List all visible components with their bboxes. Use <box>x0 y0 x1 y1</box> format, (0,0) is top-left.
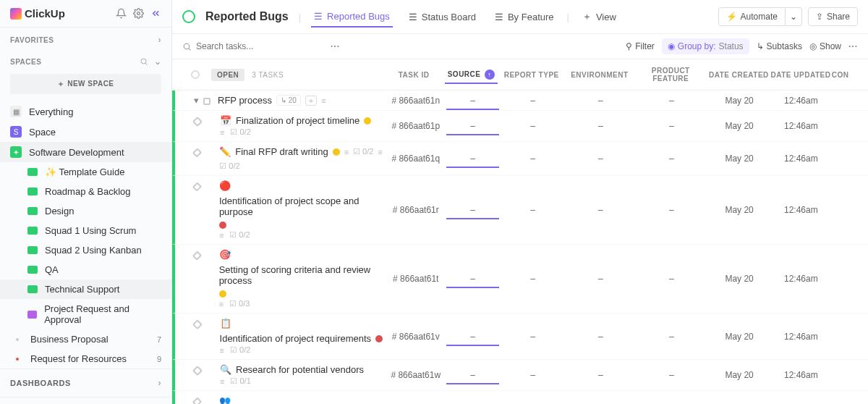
status-pill[interactable]: OPEN <box>211 69 244 81</box>
cell-env[interactable]: – <box>567 274 635 284</box>
sidebar-folder[interactable]: Design <box>0 201 171 221</box>
more-icon[interactable]: ··· <box>848 41 858 51</box>
view-tab[interactable]: ☰By Feature <box>492 7 557 28</box>
search-icon[interactable] <box>140 57 148 66</box>
priority-icon[interactable] <box>219 290 226 298</box>
col-extra[interactable]: CON <box>832 71 856 79</box>
spaces-header[interactable]: SPACES ⌄ <box>0 49 171 71</box>
task-row-parent[interactable]: ▾ RFP process ↳ 20 + ≡ # 866aat61n – – –… <box>172 91 868 111</box>
cell-env[interactable]: – <box>567 121 635 131</box>
new-space-button[interactable]: ＋ NEW SPACE <box>10 74 161 94</box>
filter-button[interactable]: ⚲Filter <box>626 41 655 51</box>
cell-source[interactable]: – <box>446 153 498 168</box>
show-button[interactable]: ◎Show <box>809 41 841 51</box>
sidebar-folder[interactable]: Roadmap & Backlog <box>0 182 171 201</box>
sidebar-docs[interactable]: DOCS› <box>0 397 171 404</box>
checklist-badge[interactable]: ☑ 0/2 <box>230 345 250 355</box>
task-row[interactable]: 🔴 Identification of project scope and pu… <box>172 176 868 245</box>
task-row[interactable]: ✏️ Final RFP draft writing ≡☑ 0/2≡☑ 0/2 … <box>172 142 868 176</box>
tag-icon[interactable]: ≡ <box>219 231 224 240</box>
tag-icon[interactable]: ≡ <box>220 128 224 137</box>
tag-icon[interactable]: ≡ <box>220 377 224 386</box>
cell-source[interactable]: – <box>446 274 498 288</box>
share-button[interactable]: ⇪ Share <box>808 7 858 26</box>
cell-source[interactable]: – <box>446 121 498 135</box>
cell-env[interactable]: – <box>567 153 635 164</box>
chevron-down-icon[interactable]: ⌄ <box>154 56 162 67</box>
expand-icon[interactable]: ▾ <box>194 95 199 106</box>
sidebar-dashboards[interactable]: DASHBOARDS› <box>0 369 171 397</box>
col-source[interactable]: SOURCE ↑ <box>445 70 498 84</box>
sidebar-folder[interactable]: ✨ Template Guide <box>0 162 171 182</box>
cell-type[interactable]: – <box>499 370 567 380</box>
cell-feat[interactable]: – <box>634 274 708 284</box>
col-taskid[interactable]: TASK ID <box>383 71 445 79</box>
subtasks-button[interactable]: ↳Subtasks <box>757 41 802 51</box>
priority-icon[interactable] <box>333 148 340 156</box>
cell-source[interactable]: – <box>446 96 498 110</box>
status-square-icon[interactable] <box>192 148 203 158</box>
cell-feat[interactable]: – <box>634 205 708 215</box>
col-product-feature[interactable]: PRODUCT FEATURE <box>634 67 708 83</box>
chevron-right-icon[interactable]: › <box>158 378 162 388</box>
checklist-badge[interactable]: ☑ 0/2 <box>230 127 250 137</box>
col-environment[interactable]: ENVIRONMENT <box>566 71 634 79</box>
tag-icon[interactable]: ≡ <box>220 346 224 355</box>
status-square-icon[interactable] <box>203 98 210 105</box>
favorites-header[interactable]: FAVORITES › <box>0 28 171 49</box>
priority-icon[interactable] <box>219 222 226 229</box>
search-box[interactable]: ··· <box>182 41 618 51</box>
status-square-icon[interactable] <box>192 366 203 376</box>
col-date-created[interactable]: DATE CREATED <box>708 71 770 79</box>
tag-icon[interactable]: ≡ <box>321 96 326 105</box>
subtask-count[interactable]: ↳ 20 <box>276 95 301 106</box>
more-icon[interactable]: ··· <box>331 41 340 51</box>
gear-icon[interactable] <box>132 8 144 20</box>
group-by-chip[interactable]: ◉ Group by: Status <box>662 38 749 54</box>
task-row[interactable]: 📅 Finalization of project timeline ≡☑ 0/… <box>172 111 868 142</box>
checklist-badge[interactable]: ☑ 0/2 <box>219 161 239 171</box>
collapse-icon[interactable] <box>150 8 161 20</box>
cell-env[interactable]: – <box>567 370 635 380</box>
col-report-type[interactable]: REPORT TYPE <box>498 71 566 79</box>
bell-icon[interactable] <box>115 8 127 20</box>
priority-icon[interactable] <box>375 335 383 342</box>
sidebar-item-software-dev[interactable]: ✦ Software Development <box>0 142 171 162</box>
cell-type[interactable]: – <box>499 332 567 342</box>
status-square-icon[interactable] <box>192 251 202 260</box>
status-square-icon[interactable] <box>192 319 203 329</box>
chevron-right-icon[interactable]: › <box>158 35 162 45</box>
priority-icon[interactable] <box>364 117 371 125</box>
cell-feat[interactable]: – <box>634 96 708 106</box>
status-square-icon[interactable] <box>192 182 202 191</box>
task-row[interactable]: 🔍 Research for potential vendors ≡☑ 0/1 … <box>172 360 868 391</box>
cell-source[interactable]: – <box>446 332 498 346</box>
tag-icon[interactable]: ≡ <box>378 148 382 156</box>
cell-source[interactable]: – <box>446 370 498 384</box>
cell-env[interactable]: – <box>567 332 635 342</box>
status-square-icon[interactable] <box>192 397 202 404</box>
tag-icon[interactable]: ≡ <box>344 148 349 156</box>
sidebar-folder[interactable]: Squad 2 Using Kanban <box>0 240 171 260</box>
sidebar-folder[interactable]: Squad 1 Using Scrum <box>0 221 171 240</box>
sidebar-item-everything[interactable]: ▦ Everything <box>0 101 171 122</box>
cell-type[interactable]: – <box>499 121 567 131</box>
checklist-badge[interactable]: ☑ 0/2 <box>229 230 250 240</box>
tag-icon[interactable]: ≡ <box>219 300 224 308</box>
select-all-checkbox[interactable] <box>191 70 200 79</box>
automate-dropdown[interactable]: ⌄ <box>786 7 802 26</box>
sidebar-folder[interactable]: Technical Support <box>0 279 171 299</box>
sidebar-folder[interactable]: QA <box>0 260 171 279</box>
checklist-badge[interactable]: ☑ 0/1 <box>230 376 250 386</box>
cell-feat[interactable]: – <box>634 370 708 380</box>
checklist-badge[interactable]: ☑ 0/2 <box>353 147 373 156</box>
task-row[interactable]: 🎯 Setting of scoring criteria and review… <box>172 245 868 313</box>
status-square-icon[interactable] <box>192 117 203 127</box>
sidebar-item-space[interactable]: S Space <box>0 122 171 142</box>
cell-type[interactable]: – <box>499 274 567 284</box>
logo[interactable]: ClickUp <box>10 7 109 20</box>
cell-feat[interactable]: – <box>634 153 708 164</box>
col-date-updated[interactable]: DATE UPDATED <box>770 71 832 79</box>
automate-button[interactable]: ⚡ Automate <box>718 7 786 26</box>
sidebar-folder[interactable]: Project Request and Approval <box>0 299 171 329</box>
